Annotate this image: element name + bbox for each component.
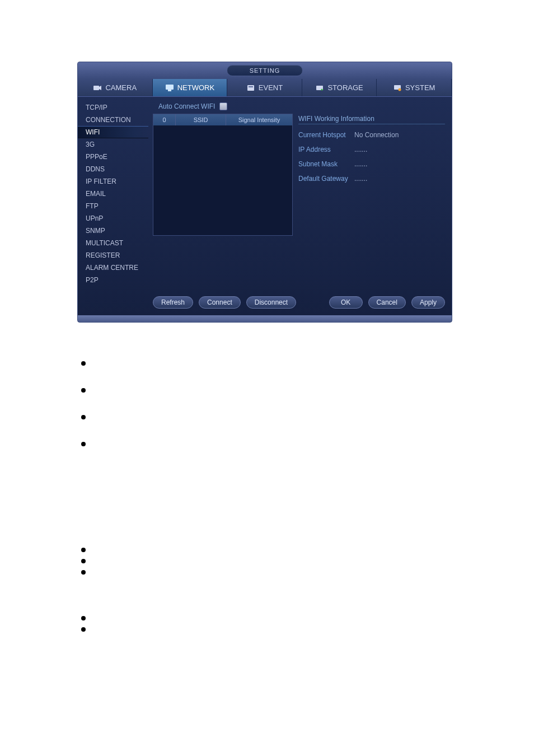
footer-strip (78, 315, 452, 322)
camera-icon (93, 84, 102, 92)
bullet-icon (81, 442, 86, 446)
info-value: ....... (354, 175, 367, 183)
sidebar-item-pppoe[interactable]: PPPoE (78, 151, 148, 163)
svg-rect-4 (247, 85, 254, 91)
svg-rect-3 (168, 90, 171, 91)
sidebar-item-ddns[interactable]: DDNS (78, 163, 148, 175)
sidebar-item-register[interactable]: REGISTER (78, 249, 148, 262)
sidebar-item-snmp[interactable]: SNMP (78, 225, 148, 237)
svg-rect-0 (93, 86, 99, 90)
body-area: TCP/IP CONNECTION WIFI 3G PPPoE DDNS IP … (78, 97, 452, 315)
svg-point-9 (398, 88, 401, 91)
disconnect-button[interactable]: Disconnect (246, 296, 296, 309)
auto-connect-row: Auto Connect WIFI (158, 102, 445, 110)
tab-network[interactable]: NETWORK (153, 79, 228, 96)
bullet-icon (81, 559, 86, 563)
sidebar-item-alarmcentre[interactable]: ALARM CENTRE (78, 262, 148, 274)
apply-button[interactable]: Apply (411, 296, 445, 309)
info-row-subnet: Subnet Mask ....... (298, 160, 445, 168)
bullet-icon (81, 570, 86, 575)
sidebar-item-email[interactable]: EMAIL (78, 188, 148, 200)
auto-connect-label: Auto Connect WIFI (158, 102, 215, 110)
tab-label: CAMERA (105, 83, 137, 92)
sidebar-item-ipfilter[interactable]: IP FILTER (78, 175, 148, 188)
sidebar-item-multicast[interactable]: MULTICAST (78, 237, 148, 249)
button-row: Refresh Connect Disconnect OK Cancel App… (153, 296, 445, 309)
svg-point-7 (321, 88, 323, 90)
info-value: No Connection (354, 131, 399, 139)
wifi-list-table[interactable]: 0 SSID Signal Intensity (153, 114, 293, 236)
refresh-button[interactable]: Refresh (153, 296, 193, 309)
sidebar-item-ftp[interactable]: FTP (78, 200, 148, 212)
info-row-hotspot: Current Hotspot No Connection (298, 131, 445, 139)
settings-window: SETTING CAMERA NETWORK EVENT STORAGE (77, 62, 452, 323)
bullet-list-3 (81, 616, 86, 638)
system-icon (393, 84, 402, 92)
bullet-icon (81, 361, 86, 366)
auto-connect-checkbox[interactable] (219, 102, 227, 110)
wifi-table-header: 0 SSID Signal Intensity (153, 114, 292, 125)
info-label: IP Address (298, 146, 354, 153)
info-value: ....... (354, 146, 367, 153)
bullet-icon (81, 388, 86, 393)
info-row-gateway: Default Gateway ....... (298, 175, 445, 183)
svg-rect-5 (249, 86, 253, 87)
title-bar: SETTING (78, 62, 452, 79)
bullet-icon (81, 415, 86, 419)
sidebar-item-upnp[interactable]: UPnP (78, 212, 148, 225)
content-panel: Auto Connect WIFI 0 SSID Signal Intensit… (148, 97, 452, 315)
col-ssid: SSID (176, 114, 226, 125)
ok-button[interactable]: OK (329, 296, 363, 309)
cancel-button[interactable]: Cancel (368, 296, 406, 309)
info-row-ip: IP Address ....... (298, 146, 445, 153)
bullet-list-2 (81, 548, 86, 581)
content-row: 0 SSID Signal Intensity WIFI Working Inf… (153, 114, 445, 236)
info-label: Current Hotspot (298, 131, 354, 139)
top-tabs: CAMERA NETWORK EVENT STORAGE SYSTEM (78, 79, 452, 97)
sidebar-item-connection[interactable]: CONNECTION (78, 114, 148, 126)
bullet-icon (81, 548, 86, 552)
connect-button[interactable]: Connect (199, 296, 241, 309)
network-icon (165, 84, 174, 92)
bullet-list-1 (81, 361, 86, 469)
col-count: 0 (153, 114, 176, 125)
sidebar-item-p2p[interactable]: P2P (78, 274, 148, 286)
tab-camera[interactable]: CAMERA (78, 79, 153, 96)
wifi-info-title: WIFI Working Information (298, 115, 445, 124)
svg-rect-2 (166, 85, 174, 90)
tab-system[interactable]: SYSTEM (377, 79, 452, 96)
bullet-icon (81, 616, 86, 620)
sidebar-item-3g[interactable]: 3G (78, 138, 148, 151)
svg-marker-1 (99, 86, 101, 90)
window-title: SETTING (227, 65, 303, 76)
info-label: Subnet Mask (298, 160, 354, 168)
sidebar-item-tcpip[interactable]: TCP/IP (78, 101, 148, 114)
bullet-icon (81, 627, 86, 632)
tab-label: STORAGE (327, 83, 363, 92)
tab-storage[interactable]: STORAGE (302, 79, 377, 96)
tab-label: NETWORK (177, 83, 214, 92)
event-icon (246, 84, 255, 92)
tab-label: EVENT (259, 83, 283, 92)
sidebar-item-wifi[interactable]: WIFI (78, 126, 148, 138)
tab-event[interactable]: EVENT (227, 79, 302, 96)
col-signal: Signal Intensity (226, 114, 292, 125)
tab-label: SYSTEM (405, 83, 435, 92)
sidebar: TCP/IP CONNECTION WIFI 3G PPPoE DDNS IP … (78, 97, 148, 315)
storage-icon (315, 84, 324, 92)
info-label: Default Gateway (298, 175, 354, 183)
wifi-info-panel: WIFI Working Information Current Hotspot… (298, 114, 445, 236)
info-value: ....... (354, 160, 367, 168)
